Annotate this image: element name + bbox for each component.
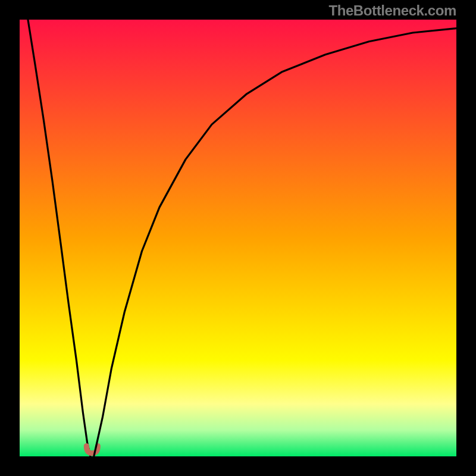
watermark-text: TheBottleneck.com — [328, 2, 456, 19]
chart-frame: TheBottleneck.com — [0, 0, 476, 476]
chart-plot — [20, 20, 456, 456]
plot-background — [20, 20, 456, 456]
